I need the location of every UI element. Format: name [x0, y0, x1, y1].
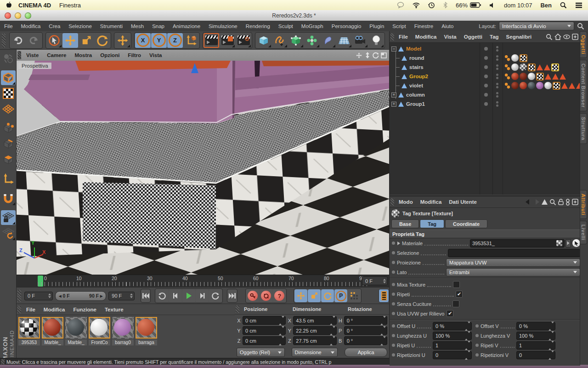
volume-icon[interactable] — [489, 2, 496, 8]
param-dot[interactable] — [392, 302, 395, 305]
zoom-window-button[interactable] — [25, 12, 31, 19]
menu-finestra[interactable]: Finestra — [59, 2, 81, 9]
redo-button[interactable] — [26, 33, 42, 48]
viewport-grip[interactable] — [17, 51, 21, 59]
param-dot[interactable] — [475, 344, 479, 347]
usa-uvw-rilievo-checkbox[interactable]: ✔ — [447, 310, 453, 317]
om-menu-modifica[interactable]: Modifica — [412, 34, 441, 40]
mixa-texture-checkbox[interactable] — [453, 281, 460, 288]
lock-z-axis-button[interactable]: Z — [167, 33, 183, 48]
param-dot[interactable] — [475, 353, 479, 356]
am-search-icon[interactable] — [549, 199, 556, 206]
render-dot[interactable] — [496, 104, 498, 107]
visibility-dot[interactable] — [484, 56, 488, 60]
add-floor-environment-button[interactable] — [336, 33, 352, 48]
menu-finestre[interactable]: Finestre — [410, 23, 438, 29]
sphere-white-tag-icon[interactable] — [511, 63, 519, 71]
mat-menu-modifica[interactable]: Modifica — [40, 307, 69, 312]
render-dot[interactable] — [496, 49, 498, 52]
key-scale-toggle[interactable] — [308, 289, 321, 302]
notification-center-icon[interactable] — [575, 2, 582, 8]
om-menu-oggetti[interactable]: Oggetti — [460, 34, 486, 40]
am-menu-dati-utente[interactable]: Dati Utente — [445, 199, 481, 205]
menu-modifica[interactable]: Modifica — [17, 23, 45, 29]
render-view-button[interactable] — [204, 33, 219, 48]
sphere-darkred-tag-icon[interactable] — [520, 73, 527, 80]
sphere-white-tag-icon[interactable] — [544, 82, 552, 89]
am-bind-icon[interactable] — [565, 199, 570, 206]
material-thumbnail-red-marble[interactable] — [42, 317, 63, 339]
material-item[interactable]: Marble_ — [42, 317, 63, 345]
material-item[interactable]: FrontCo — [89, 317, 110, 345]
viewport-rotate-icon[interactable] — [372, 52, 379, 59]
mat-menu-texture[interactable]: Texture — [101, 307, 128, 312]
om-eye-icon[interactable] — [563, 34, 570, 39]
menu-simulazione[interactable]: Simulazione — [204, 23, 242, 29]
ripeti-checkbox[interactable]: ✔ — [456, 291, 463, 298]
om-add-panel-icon[interactable] — [572, 34, 578, 40]
menu-strumenti[interactable]: Strumenti — [96, 23, 127, 29]
param-dot[interactable] — [392, 261, 395, 264]
tri-tag-icon[interactable] — [537, 64, 543, 70]
bluetooth-icon[interactable] — [443, 2, 447, 8]
om-menu-vista[interactable]: Vista — [440, 34, 460, 40]
workplane-rotate-button[interactable] — [1, 226, 16, 241]
frame-spinner[interactable]: 0 F — [362, 276, 388, 285]
tri-tag-icon[interactable] — [569, 83, 575, 89]
texture-mode-button[interactable] — [1, 86, 16, 101]
tag-checker-selected-tag-icon[interactable] — [551, 63, 559, 71]
apply-button[interactable]: Applica — [345, 348, 387, 357]
viewport-pan-icon[interactable] — [356, 52, 362, 59]
sphere-darkred-tag-icon[interactable] — [511, 82, 519, 89]
tri-tag-icon[interactable] — [544, 64, 550, 70]
status-grip[interactable] — [1, 359, 5, 364]
object-row-round[interactable]: round — [390, 53, 580, 63]
play-backwards-button[interactable] — [156, 289, 169, 302]
spotlight-icon[interactable] — [560, 2, 567, 9]
model-mode-button[interactable] — [1, 70, 16, 85]
vp-menu-camere[interactable]: Camere — [43, 52, 70, 58]
am-lock-icon[interactable] — [558, 199, 564, 205]
param-dot[interactable] — [392, 242, 395, 245]
goto-start-button[interactable] — [141, 289, 151, 303]
object-row-violet[interactable]: violet — [390, 81, 580, 90]
editor-dot[interactable] — [496, 64, 498, 67]
tab-base[interactable]: Base — [391, 219, 419, 228]
param-dot[interactable] — [392, 283, 395, 286]
tab-oggetti[interactable]: Oggetti — [580, 31, 587, 58]
material-item[interactable]: Marble_ — [65, 317, 87, 345]
tri-tag-icon[interactable] — [545, 74, 551, 80]
menu-rendering[interactable]: Rendering — [242, 23, 274, 29]
add-deformer-button[interactable] — [320, 33, 336, 48]
tri-tag-icon[interactable] — [552, 74, 559, 80]
offset-u-field[interactable] — [433, 322, 472, 330]
ripeti-v-field[interactable] — [516, 341, 555, 350]
add-light-button[interactable] — [368, 33, 384, 48]
offset-v-field[interactable] — [516, 322, 555, 330]
add-cube-primitive-button[interactable] — [256, 33, 271, 48]
frame-range-slider[interactable]: ◂ 0 F 90 F ▸ — [55, 291, 106, 301]
tri-tag-icon[interactable] — [560, 74, 566, 80]
param-dot[interactable] — [392, 312, 395, 315]
senza-cuciture-checkbox[interactable] — [452, 300, 459, 307]
menu-file[interactable]: File — [0, 23, 17, 29]
menu-script[interactable]: Script — [388, 23, 410, 29]
visibility-dot[interactable] — [484, 65, 488, 69]
am-add-panel-icon[interactable] — [572, 199, 578, 205]
mat-menu-file[interactable]: File — [22, 307, 40, 312]
tab-struttura[interactable]: Struttura — [580, 113, 587, 144]
dots-tag-icon[interactable] — [504, 73, 510, 80]
ripetizioni-v-field[interactable] — [516, 351, 555, 359]
notification-bubble-icon[interactable] — [397, 2, 404, 8]
play-button[interactable] — [182, 289, 195, 302]
menu-mograph[interactable]: MoGraph — [297, 23, 328, 29]
ripeti-u-field[interactable] — [433, 341, 472, 350]
edges-mode-button[interactable] — [1, 137, 16, 151]
sphere-purple-tag-icon[interactable] — [536, 82, 543, 89]
viewport-maximize-icon[interactable] — [380, 52, 387, 59]
dots-tag-icon[interactable] — [504, 63, 510, 71]
vp-menu-vista[interactable]: Vista — [145, 52, 166, 58]
key-position-toggle[interactable] — [294, 289, 307, 302]
dimension-z-field[interactable] — [293, 336, 336, 345]
render-settings-button[interactable]: ⚙ — [236, 33, 251, 48]
